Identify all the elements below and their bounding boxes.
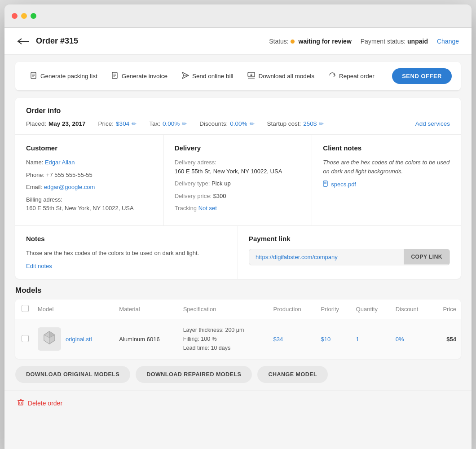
quantity-value[interactable]: 1 xyxy=(356,336,359,343)
delete-section: Delete order xyxy=(4,390,472,415)
model-filename[interactable]: original.stl xyxy=(66,336,92,343)
specification-cell: Layer thickness: 200 μm Filling: 100 % L… xyxy=(179,319,269,359)
notes-title: Notes xyxy=(26,235,227,242)
tax-edit-icon[interactable]: ✏ xyxy=(182,120,187,127)
discount-value[interactable]: 0% xyxy=(396,336,404,343)
price-label: Price: xyxy=(98,120,114,127)
change-model-button[interactable]: CHANGE MODEL xyxy=(257,366,328,383)
production-value[interactable]: $34 xyxy=(273,336,283,343)
material-column-header: Material xyxy=(115,299,178,319)
copy-link-button[interactable]: COPY LINK xyxy=(404,249,450,264)
trash-icon xyxy=(17,399,24,407)
generate-invoice-button[interactable]: Generate invoice xyxy=(106,68,174,84)
customer-name-row: Name: Edgar Allan xyxy=(26,158,153,167)
specs-filename: specs.pdf xyxy=(331,181,356,188)
send-offer-button[interactable]: SEND OFFER xyxy=(392,68,452,84)
download-all-models-button[interactable]: Download all models xyxy=(241,68,321,84)
discounts-edit-icon[interactable]: ✏ xyxy=(250,120,255,127)
price-meta: Price: $304 ✏ xyxy=(98,120,137,127)
main-card: Order info Placed: May 23, 2017 Price: $… xyxy=(15,98,461,279)
delivery-address-value: 160 E 55th St, New York, NY 10022, USA xyxy=(175,167,301,176)
production-cell: $34 xyxy=(269,319,317,359)
two-col-section: Notes Those are the hex codes of the col… xyxy=(15,225,461,279)
close-button[interactable] xyxy=(12,13,18,19)
startup-cost-edit-icon[interactable]: ✏ xyxy=(319,120,324,127)
name-value[interactable]: Edgar Allan xyxy=(45,159,75,166)
download-icon xyxy=(247,72,255,80)
page-header: Order #315 Status: waiting for review Pa… xyxy=(4,28,472,55)
generate-packing-list-label: Generate packing list xyxy=(40,73,97,79)
tax-label: Tax: xyxy=(149,120,160,127)
email-value[interactable]: edgar@google.com xyxy=(44,184,95,190)
traffic-lights xyxy=(12,13,36,19)
delivery-section: Delivery Delivery adress: 160 E 55th St,… xyxy=(164,135,313,225)
repeat-order-label: Repeat order xyxy=(339,73,375,79)
document-icon xyxy=(323,180,329,188)
edit-notes-link[interactable]: Edit notes xyxy=(26,263,52,269)
discounts-value[interactable]: 0.00% xyxy=(230,120,247,127)
price-value[interactable]: $304 xyxy=(116,120,129,127)
row-checkbox[interactable] xyxy=(22,335,29,342)
production-column-header: Production xyxy=(269,299,317,319)
price-edit-icon[interactable]: ✏ xyxy=(132,120,137,127)
priority-value[interactable]: $10 xyxy=(321,336,331,343)
order-status: Status: waiting for review xyxy=(269,38,352,45)
payment-url: https://digifabster.com/company xyxy=(249,249,404,265)
model-cell: original.stl xyxy=(33,319,115,359)
priority-cell: $10 xyxy=(317,319,352,359)
payment-link-title: Payment link xyxy=(249,235,450,242)
discounts-meta: Discounts: 0.00% ✏ xyxy=(199,120,254,127)
spec-text: Layer thickness: 200 μm Filling: 100 % L… xyxy=(183,326,264,352)
delivery-address-row: Delivery adress: 160 E 55th St, New York… xyxy=(175,158,301,176)
fullscreen-button[interactable] xyxy=(31,13,36,19)
generate-packing-list-button[interactable]: Generate packing list xyxy=(24,68,104,84)
invoice-icon xyxy=(112,72,119,80)
specs-link[interactable]: specs.pdf xyxy=(323,180,450,188)
order-info-section: Order info Placed: May 23, 2017 Price: $… xyxy=(15,98,461,135)
delivery-tracking-value[interactable]: Not set xyxy=(198,205,217,211)
svg-rect-20 xyxy=(18,401,23,405)
client-notes-section: Client notes Those are the hex codes of … xyxy=(312,135,461,225)
send-online-bill-button[interactable]: Send online bill xyxy=(176,68,240,84)
payment-section: Payment link https://digifabster.com/com… xyxy=(238,226,461,279)
model-name-cell: original.stl xyxy=(38,327,110,351)
bottom-buttons: DOWNLOAD ORIGINAL MODELS DOWNLOAD REPAIR… xyxy=(15,366,461,383)
download-repaired-models-button[interactable]: DOWNLOAD REPAIRED MODELS xyxy=(136,366,252,383)
download-original-models-button[interactable]: DOWNLOAD ORIGINAL MODELS xyxy=(15,366,130,383)
tax-value[interactable]: 0.00% xyxy=(163,120,180,127)
payment-status: Payment status: unpaid xyxy=(361,38,428,45)
client-notes-title: Client notes xyxy=(323,144,450,152)
email-label: Email: xyxy=(26,184,42,190)
download-all-models-label: Download all models xyxy=(258,73,314,79)
customer-section: Customer Name: Edgar Allan Phone: +7 555… xyxy=(15,135,164,225)
toolbar: Generate packing list Generate invoice xyxy=(15,62,461,91)
header-left: Order #315 xyxy=(17,36,78,46)
send-online-bill-label: Send online bill xyxy=(192,73,234,79)
delivery-price-value: $300 xyxy=(213,193,226,199)
models-section: Models Model Material Specification Prod… xyxy=(15,286,461,359)
delete-order-button[interactable]: Delete order xyxy=(17,399,62,407)
lead-time: Lead time: 10 days xyxy=(183,343,264,352)
order-meta: Placed: May 23, 2017 Price: $304 ✏ Tax: … xyxy=(26,120,450,127)
startup-cost-value[interactable]: 250$ xyxy=(303,120,317,127)
back-button[interactable] xyxy=(17,38,30,45)
customer-email-row: Email: edgar@google.com xyxy=(26,183,153,192)
phone-value: +7 555 555-55-55 xyxy=(46,172,93,178)
quantity-cell: 1 xyxy=(352,319,391,359)
startup-cost-meta: Startup cost: 250$ ✏ xyxy=(267,120,324,127)
page-title: Order #315 xyxy=(36,36,78,46)
priority-column-header: Priority xyxy=(317,299,352,319)
billing-label: Billing adress: xyxy=(26,195,153,204)
add-services-link[interactable]: Add services xyxy=(415,120,450,127)
minimize-button[interactable] xyxy=(21,13,27,19)
filling: Filling: 100 % xyxy=(183,335,264,343)
customer-phone-row: Phone: +7 555 555-55-55 xyxy=(26,171,153,180)
select-all-checkbox[interactable] xyxy=(22,305,29,312)
table-row: original.stl Aluminum 6016 Layer thickne… xyxy=(15,319,461,359)
placed-meta: Placed: May 23, 2017 xyxy=(26,120,86,127)
repeat-order-button[interactable]: Repeat order xyxy=(322,68,381,84)
change-link[interactable]: Change xyxy=(437,38,459,45)
price-cell: $54 xyxy=(432,319,461,359)
specification-column-header: Specification xyxy=(179,299,269,319)
layer-thickness: Layer thickness: 200 μm xyxy=(183,326,264,335)
